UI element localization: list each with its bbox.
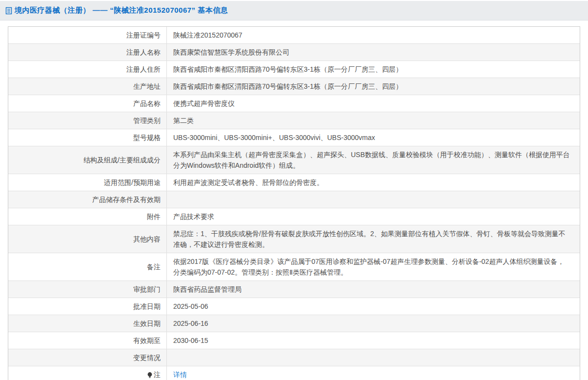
row-label: 产品储存条件及有效期: [8, 191, 167, 208]
row-label: 审批部门: [8, 281, 167, 298]
row-label: 结构及组成/主要组成成分: [8, 146, 167, 174]
row-value: 陕西省咸阳市秦都区渭阳西路70号偏转东区3-1栋（原一分厂厂房三、四层）: [173, 64, 570, 75]
table-row-attachment: 附件 产品技术要求: [8, 208, 580, 225]
row-value: UBS-3000mini、UBS-3000mini+、UBS-3000vivi、…: [173, 132, 570, 143]
row-value: 本系列产品由采集主机（超声骨密度采集盒）、超声探头、USB数据线、质量校验模块（…: [173, 149, 570, 171]
row-label: 有效期至: [8, 332, 167, 349]
table-row-approval-department: 审批部门 陕西省药品监督管理局: [8, 280, 580, 298]
row-label: 型号规格: [8, 129, 167, 146]
row-value: 产品技术要求: [173, 211, 570, 222]
note-label: 注: [154, 369, 161, 380]
note-details-link[interactable]: 详情: [173, 369, 187, 380]
row-value: 禁忌症：1、干肢残疾或桡骨/胫骨有破裂皮肤或开放性创伤区域。2、如果测量部位有植…: [173, 228, 570, 250]
table-row-remarks: 备注 依据2017版《医疗器械分类目录》该产品属于07医用诊察和监护器械-07超…: [8, 253, 580, 280]
row-label: 附件: [8, 208, 167, 225]
row-value: 第二类: [173, 115, 570, 126]
row-label: 注册证编号: [8, 27, 167, 43]
row-value: 利用超声波测定受试者桡骨、胫骨部位的骨密度。: [173, 177, 570, 188]
row-label: 其他内容: [8, 225, 167, 253]
table-row-effective-date: 生效日期 2025-06-16: [8, 315, 580, 332]
row-label: 生产地址: [8, 78, 167, 95]
row-value: 2030-06-15: [173, 335, 570, 346]
document-icon: [5, 7, 13, 15]
row-value: 陕西康荣信智慧医学系统股份有限公司: [173, 47, 570, 58]
table-row-product-name: 产品名称 便携式超声骨密度仪: [8, 95, 580, 112]
row-label: 产品名称: [8, 95, 167, 112]
row-label: 注册人住所: [8, 61, 167, 78]
row-label: 注册人名称: [8, 44, 167, 60]
table-row-intended-use: 适用范围/预期用途 利用超声波测定受试者桡骨、胫骨部位的骨密度。: [8, 174, 580, 191]
row-label: 批准日期: [8, 298, 167, 315]
row-value: 依据2017版《医疗器械分类目录》该产品属于07医用诊察和监护器械-07超声生理…: [173, 256, 570, 278]
table-row-production-address: 生产地址 陕西省咸阳市秦都区渭阳西路70号偏转东区3-1栋（原一分厂厂房三、四层…: [8, 78, 580, 95]
row-label: 变更情况: [8, 349, 167, 366]
table-row-note: 注 详情: [8, 366, 580, 380]
row-label: 管理类别: [8, 112, 167, 129]
row-label: 备注: [8, 253, 167, 280]
row-value: 陕械注准20152070067: [173, 30, 570, 40]
row-value: 陕西省咸阳市秦都区渭阳西路70号偏转东区3-1栋（原一分厂厂房三、四层）: [173, 81, 570, 92]
row-value: 便携式超声骨密度仪: [173, 98, 570, 109]
table-row-registration-number: 注册证编号 陕械注准20152070067: [8, 27, 580, 43]
page-header: 境内医疗器械（注册） —— “陕械注准20152070067” 基本信息: [0, 1, 588, 20]
page-title: 境内医疗器械（注册） —— “陕械注准20152070067” 基本信息: [15, 6, 228, 15]
row-label: 生效日期: [8, 315, 167, 332]
table-row-registrant-name: 注册人名称 陕西康荣信智慧医学系统股份有限公司: [8, 43, 580, 60]
table-row-change-status: 变更情况: [8, 349, 580, 366]
registration-info-table: 注册证编号 陕械注准20152070067 注册人名称 陕西康荣信智慧医学系统股…: [8, 26, 580, 380]
table-row-model-spec: 型号规格 UBS-3000mini、UBS-3000mini+、UBS-3000…: [8, 129, 580, 146]
table-row-structure-composition: 结构及组成/主要组成成分 本系列产品由采集主机（超声骨密度采集盒）、超声探头、U…: [8, 146, 580, 174]
row-value: 陕西省药品监督管理局: [173, 284, 570, 295]
table-row-approval-date: 批准日期 2025-05-06: [8, 298, 580, 315]
table-row-registrant-address: 注册人住所 陕西省咸阳市秦都区渭阳西路70号偏转东区3-1栋（原一分厂厂房三、四…: [8, 60, 580, 78]
table-row-expiry-date: 有效期至 2030-06-15: [8, 332, 580, 349]
row-value: 2025-05-06: [173, 301, 570, 312]
lightbulb-icon: [147, 372, 153, 379]
row-value: 2025-06-16: [173, 318, 570, 329]
table-row-other-content: 其他内容 禁忌症：1、干肢残疾或桡骨/胫骨有破裂皮肤或开放性创伤区域。2、如果测…: [8, 225, 580, 253]
row-label: 注: [8, 366, 167, 380]
table-row-storage-conditions: 产品储存条件及有效期: [8, 191, 580, 208]
table-row-management-class: 管理类别 第二类: [8, 112, 580, 129]
row-label: 适用范围/预期用途: [8, 174, 167, 191]
